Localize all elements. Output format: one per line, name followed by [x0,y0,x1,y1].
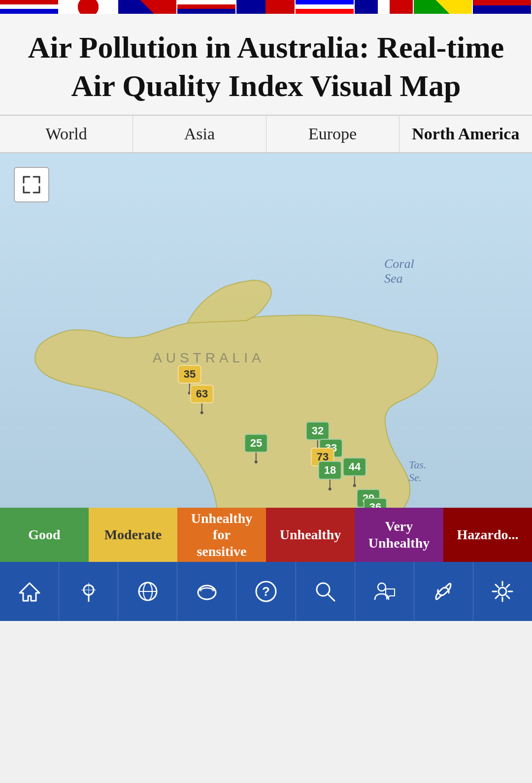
legend-good[interactable]: Good [0,508,89,562]
svg-point-10 [212,588,215,591]
australia-map-label: AUSTRALIA [153,350,265,366]
nav-user-chat[interactable] [355,562,414,621]
marker-m7[interactable]: 18 [318,461,342,490]
marker-dot-m2 [200,411,203,414]
tasman-sea-label: Tas.Se. [409,458,426,484]
flag-item[interactable] [177,0,236,14]
expand-button[interactable] [14,167,49,202]
flag-item[interactable] [355,0,414,14]
nav-search[interactable] [296,562,355,621]
link-icon [431,579,456,604]
marker-dot-m8 [353,484,356,487]
marker-value-m1: 35 [178,365,201,384]
flag-item[interactable] [118,0,177,14]
title-section: Air Pollution in Australia: Real-time Ai… [0,14,532,115]
legend-moderate[interactable]: Moderate [89,508,177,562]
coral-sea-label: CoralSea [384,257,414,286]
nav-settings[interactable] [473,562,532,621]
tab-europe[interactable]: Europe [266,116,399,152]
page-title: Air Pollution in Australia: Real-time Ai… [20,29,512,105]
nav-home[interactable] [0,562,59,621]
marker-stem-m7 [330,480,331,488]
flag-bar [0,0,532,14]
settings-icon [490,579,515,604]
tab-asia[interactable]: Asia [133,116,266,152]
svg-point-9 [199,588,202,591]
nav-location[interactable] [59,562,118,621]
home-icon [17,579,42,604]
nav-faq[interactable]: ? [236,562,296,621]
globe-icon [135,579,160,604]
svg-text:?: ? [262,584,270,599]
marker-stem-m4 [317,440,318,448]
legend-bar: Good Moderate Unhealthyforsensitive Unhe… [0,508,532,562]
legend-very-unhealthy[interactable]: Very Unhealthy [355,508,443,562]
nav-globe[interactable] [118,562,177,621]
marker-value-m10: 36 [364,498,387,508]
map-container: CoralSea Tas.Se. AUSTRALIA 3563253233731… [0,153,532,508]
flag-item[interactable] [236,0,296,14]
nav-tabs: World Asia Europe North America [0,115,532,153]
search-icon [313,579,337,604]
marker-m2[interactable]: 63 [190,385,214,414]
flag-item[interactable] [296,0,355,14]
bottom-nav: ? [0,562,532,621]
marker-stem-m8 [354,476,355,484]
tab-north-america[interactable]: North America [399,116,532,152]
marker-value-m8: 44 [343,457,366,476]
legend-hazardous[interactable]: Hazardo... [443,508,532,562]
location-icon [76,579,101,604]
user-chat-icon [372,579,397,604]
marker-dot-m3 [255,460,258,463]
marker-dot-m7 [329,488,332,490]
nav-link[interactable] [414,562,473,621]
expand-icon [22,175,41,195]
marker-stem-m3 [256,453,257,460]
marker-value-m7: 18 [318,461,342,480]
tab-world[interactable]: World [0,116,133,152]
mask-icon [195,579,219,604]
marker-stem-m2 [201,403,202,411]
marker-m3[interactable]: 25 [244,434,268,463]
svg-point-16 [499,587,506,595]
marker-m8[interactable]: 44 [343,457,366,487]
svg-point-15 [378,583,386,591]
legend-unhealthy[interactable]: Unhealthy [266,508,355,562]
flag-item[interactable] [0,0,59,14]
flag-item[interactable] [59,0,118,14]
legend-unhealthy-sensitive[interactable]: Unhealthyforsensitive [177,508,266,562]
marker-value-m4: 32 [306,422,330,440]
marker-value-m3: 25 [244,434,268,453]
faq-icon: ? [254,579,278,604]
marker-value-m2: 63 [190,385,214,403]
svg-line-14 [328,594,334,601]
nav-mask[interactable] [177,562,236,621]
flag-item[interactable] [473,0,532,14]
flag-item[interactable] [414,0,473,14]
marker-m10[interactable]: 36 [364,498,387,508]
svg-marker-1 [20,583,39,601]
